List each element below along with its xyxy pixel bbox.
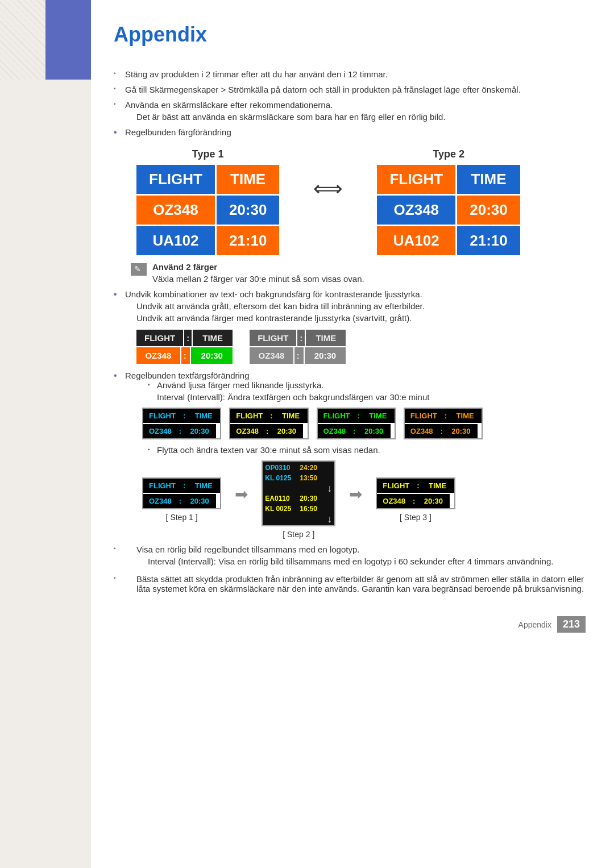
s1-colon2: : [177,494,183,508]
cv3-time: TIME [362,409,395,423]
step2-row-2: KL 0125 13:50 [265,473,332,483]
cv4-time: TIME [449,409,482,423]
bullet-item-2: Gå till Skärmegenskaper > Strömkälla på … [114,85,586,94]
footer-page-number: 213 [557,616,586,633]
s2-flight-2: KL 0125 [265,474,296,482]
type2-time-header: TIME [457,165,520,194]
cb2-time: TIME [306,330,346,346]
cb1-flight: FLIGHT [136,330,183,346]
step-arrow-1: ➡ [235,485,248,504]
type1-flight-header: FLIGHT [136,165,215,194]
s3-oz: OZ348 [377,494,411,508]
bullet-item-6: Regelbunden textfärgsförändring Använd l… [114,371,586,539]
cv-board-3: FLIGHT : TIME OZ348 : 20:30 [317,408,396,439]
type1-time-header: TIME [217,165,280,194]
type2-time1: 20:30 [457,196,520,225]
cv2-oz: OZ348 [230,424,264,438]
sub-bullet-6-2: Interval (Intervall): Ändra textfärgen o… [157,392,586,402]
cb2-flight: FLIGHT [250,330,296,346]
s1-colon1: : [181,479,187,493]
cv2-flight: FLIGHT [230,409,268,423]
s3-time: TIME [421,479,454,493]
step3-label: [ Step 3 ] [400,513,432,522]
cb2-oz: OZ348 [250,347,293,364]
cb1-oz: OZ348 [136,347,180,364]
note-icon [131,263,147,276]
cv2-2030: 20:30 [270,424,303,438]
type2-label: Type 2 [433,148,464,160]
sub-bullet-6-1: Använd ljusa färger med liknande ljussty… [148,380,586,402]
cv1-colon2: : [177,424,183,438]
type2-flight1: OZ348 [377,196,455,225]
cv2-colon2: : [264,424,270,438]
sidebar-accent [45,0,91,80]
step3-item: FLIGHT : TIME OZ348 : 20:30 [ Step 3 ] [376,477,455,522]
contrast-board-1: FLIGHT : TIME OZ348 : 20:30 [136,330,233,364]
cb1-colon2: : [181,347,190,364]
cv3-oz: OZ348 [318,424,352,438]
page-title: Appendix [114,23,586,47]
contrast-section: FLIGHT : TIME OZ348 : 20:30 [136,330,586,364]
step1-board: FLIGHT : TIME OZ348 : 20:30 [142,477,221,509]
cv1-colon1: : [181,409,187,423]
sub-bullet-6-3: Flytta och ändra texten var 30:e minut s… [148,445,586,455]
type1-time1: 20:30 [217,196,280,225]
type1-label: Type 1 [192,148,224,160]
type2-time2: 21:10 [457,226,520,255]
bullet-item-3: Använda en skärmsläckare efter rekommend… [114,100,586,122]
type-arrow: ⟺ [313,177,343,201]
type2-section: Type 2 FLIGHT TIME OZ348 20:30 UA102 21:… [377,148,520,255]
cv1-oz: OZ348 [143,424,177,438]
s2-time-2: 13:50 [300,474,317,482]
cv2-time: TIME [275,409,308,423]
bullet-item-5: Undvik kombinationer av text- och bakgru… [114,289,586,364]
bullet-3-sub: Det är bäst att använda en skärmsläckare… [125,112,586,122]
step3-board: FLIGHT : TIME OZ348 : 20:30 [376,477,455,509]
step2-item: OP0310 24:20 KL 0125 13:50 ↓ EA0110 20:3… [262,460,335,539]
step2-board: OP0310 24:20 KL 0125 13:50 ↓ EA0110 20:3… [262,460,335,526]
s2-flight-4: KL 0025 [265,505,296,513]
type1-section: Type 1 FLIGHT TIME OZ348 20:30 UA102 21:… [136,148,279,255]
cv4-2030: 20:30 [445,424,478,438]
footer-label: Appendix [518,620,551,629]
type1-board: FLIGHT TIME OZ348 20:30 UA102 21:10 [136,165,279,255]
cv-board-4: FLIGHT : TIME OZ348 : 20:30 [404,408,483,439]
sidebar-pattern [0,0,45,80]
s2-time-1: 24:20 [300,464,317,472]
cv1-flight: FLIGHT [143,409,181,423]
bullet5-sub2: Undvik att använda färger med kontraster… [125,313,586,323]
contrast-board-2: FLIGHT : TIME OZ348 : 20:30 [250,330,346,364]
footer: Appendix 213 [114,616,586,633]
cv3-flight: FLIGHT [318,409,356,423]
bullet5-sub1: Undvik att använda grått, eftersom det k… [125,301,586,311]
cv1-2030: 20:30 [183,424,216,438]
steps-section: FLIGHT : TIME OZ348 : 20:30 [ Step 1 ] [142,460,586,539]
s2-time-3: 20:30 [300,495,317,502]
step1-item: FLIGHT : TIME OZ348 : 20:30 [ Step 1 ] [142,477,221,522]
s2-time-4: 16:50 [300,505,317,513]
sub-bullets-6b: Flytta och ändra texten var 30:e minut s… [125,445,586,455]
s1-oz: OZ348 [143,494,177,508]
cv3-colon2: : [351,424,357,438]
cv-board-1: FLIGHT : TIME OZ348 : 20:30 [142,408,221,439]
s2-flight-3: EA0110 [265,495,296,502]
cv4-oz: OZ348 [405,424,439,438]
s1-time: TIME [187,479,220,493]
type2-flight2: UA102 [377,226,455,255]
bullet-item-8: Bästa sättet att skydda produkten från i… [114,574,586,593]
cv3-colon1: : [356,409,362,423]
s3-2030: 20:30 [417,494,450,508]
cv-board-2: FLIGHT : TIME OZ348 : 20:30 [229,408,308,439]
s3-colon1: : [415,479,421,493]
footer-area: Appendix 213 [114,616,586,633]
type1-flight2: UA102 [136,226,215,255]
cv4-flight: FLIGHT [405,409,443,423]
s1-2030: 20:30 [183,494,216,508]
type1-flight1: OZ348 [136,196,215,225]
cv3-2030: 20:30 [358,424,391,438]
type1-time2: 21:10 [217,226,280,255]
cb2-2030: 20:30 [305,347,346,364]
cv1-time: TIME [187,409,220,423]
cb2-colon1: : [297,330,305,346]
step1-label: [ Step 1 ] [166,513,198,522]
